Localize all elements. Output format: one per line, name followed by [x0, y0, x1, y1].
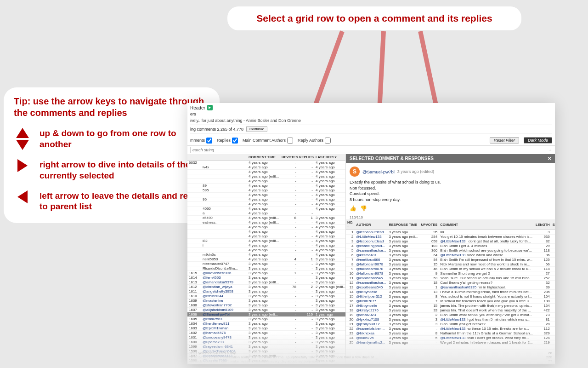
search-row: → [187, 146, 555, 154]
app-header: Reader ers ively...for just about anythi… [187, 103, 555, 135]
table-row[interactable]: 20@lyxxinz71083 years ago3@LittleMew133 … [346, 317, 555, 322]
table-row[interactable]: 4 years ago--4 years ago [187, 193, 345, 197]
table-row[interactable]: 19@what20233 years ago2Blah Smith what s… [346, 313, 555, 317]
search-go-icon[interactable]: → [548, 148, 552, 152]
table-row[interactable]: 13@coolbeans5453 years ago1@samanthashor… [346, 285, 555, 290]
table-row[interactable]: 1614@fern45503 years ago--3 years ago [187, 276, 345, 280]
table-row[interactable]: 8@falloncarr98783 years ago15Nick Marten… [346, 262, 555, 267]
resp-col-comment[interactable]: Comment [439, 219, 534, 230]
table-row[interactable]: i824 years ago (edit...--4 years ago [187, 239, 345, 243]
table-row[interactable]: a4 years ago-- [187, 211, 345, 216]
tip-right: right arrow to dive into details of the … [40, 159, 209, 181]
filter-reply-authors[interactable]: Reply Authors [298, 138, 331, 144]
table-row[interactable]: 4@chancingprod...3 years ago103Blah Smit… [346, 244, 555, 248]
table-row[interactable]: 22@camelofsiberi...3 years ago-@LittleMe… [346, 327, 555, 331]
table-row[interactable]: 1608@steventran77023 years ago--3 years … [187, 303, 345, 308]
table-row[interactable]: 1606@Samuel-pw7bl3 years ago (edi...-110… [187, 312, 345, 317]
table-row[interactable]: 21@jennybul1123 years ago3Blah Smith y'a… [346, 322, 555, 327]
table-row[interactable]: m9dn5c4 years ago--4 years ago [187, 253, 345, 257]
table-row[interactable]: 6@kitsme4013 years ago64@LittleMew133 si… [346, 253, 555, 258]
dark-mode-button[interactable]: Dark Mode [524, 137, 552, 144]
detail-heading-text: SELECTED COMMENT & RESPONSES [350, 156, 434, 161]
table-row[interactable]: nent58504 years ago413 years ago [187, 257, 345, 262]
table-row[interactable]: c54904 years ago (edit...613 years ago [187, 216, 345, 220]
play-icon[interactable] [207, 105, 213, 110]
table-row[interactable]: eatness...4 years ago (edit...--4 years … [187, 220, 345, 225]
resp-col-sgn[interactable]: Sgn [551, 219, 555, 230]
table-row[interactable]: 18@kirstyc21763 years ago33james bin. Th… [346, 308, 555, 313]
table-row[interactable]: i4 years ago--4 years ago [187, 243, 345, 248]
table-row[interactable]: nteemaster07473 years ago--3 years ago [187, 262, 345, 266]
col-replies[interactable]: Replies [298, 154, 314, 161]
arrow-right-icon [14, 159, 31, 172]
table-row[interactable]: 1607@alijafarkhan81093 years ago--3 year… [187, 308, 345, 312]
resp-col-upvotes[interactable]: Upvotes [419, 219, 439, 230]
table-row[interactable]: 4 years ago--4 years ago [187, 230, 345, 234]
table-row[interactable]: 15@littleripper3123 years ago8Yea, schoo… [346, 294, 555, 299]
col-comment-time[interactable]: Comment Time [247, 154, 280, 161]
avatar: S [350, 167, 360, 177]
resp-col-no[interactable]: No. ↑ [346, 219, 355, 230]
filter-bar: mments Replies Main Comment Authors Repl… [187, 135, 555, 146]
table-row[interactable]: 5@samanthashor...3 years ago360Blah Smit… [346, 248, 555, 253]
resp-col-length[interactable]: Length [534, 219, 551, 230]
table-row[interactable]: 11@coolbeans5453 years ago53Yeah, sure. … [346, 276, 555, 281]
table-row[interactable]: 2@LittleMew1333 years ago (edi...284You … [346, 235, 555, 239]
table-row[interactable]: 1611@angelshetty39583 years ago--3 years… [187, 289, 345, 294]
close-icon[interactable]: ✕ [548, 156, 551, 161]
table-row[interactable]: 4 years ago--4 years ago [187, 234, 345, 239]
table-row[interactable]: 1604@herdienew9113 years ago--3 years ag… [187, 322, 345, 326]
table-row[interactable]: 4 years ago--4 years ago [187, 248, 345, 253]
table-row[interactable]: 1610@rithihi93443 years ago--3 years ago [187, 294, 345, 299]
table-row[interactable]: 1615@lillieviewer23363 years ago1-3 year… [187, 271, 345, 276]
detail-header: SELECTED COMMENT & RESPONSES ✕ [346, 154, 555, 163]
table-row[interactable]: 16@benb70773 years ago7In school the tea… [346, 299, 555, 304]
table-row[interactable]: 964 years ago--4 years ago [187, 197, 345, 202]
table-row[interactable]: 17@libbynoelle3 years ago15james bin. Th… [346, 304, 555, 308]
table-row[interactable]: 60324 years ago--4 years ago [187, 161, 345, 165]
continue-button[interactable]: Continue [246, 126, 267, 132]
reset-filter-button[interactable]: Reset Filter [490, 137, 519, 144]
tip-title: Tip: use the arrow keys to navigate thro… [14, 96, 209, 119]
thumbs-down-icon[interactable]: 👎 [360, 205, 367, 212]
table-row[interactable]: 40604 years ago--4 years ago [187, 207, 345, 211]
tip-left: left arrow to leave the details and retu… [40, 190, 209, 213]
video-title: ively...for just about anything - Annie … [190, 118, 552, 123]
table-row[interactable]: 5954 years ago--4 years ago [187, 188, 345, 193]
table-row[interactable]: 10@falloncarr98783 years ago9Samantha Sh… [346, 271, 555, 276]
filter-replies[interactable]: Replies [217, 138, 238, 144]
table-row[interactable]: 1612@christian_wijaya3 years ago7822 yea… [187, 285, 345, 289]
fade-overlay [187, 332, 555, 364]
col-upvotes[interactable]: Upvotes [280, 154, 298, 161]
table-row[interactable]: 1@lecoconutdead3 years ago95Ikr3 [346, 230, 555, 235]
table-row[interactable]: 4 years ago--4 years ago [187, 225, 345, 230]
table-row[interactable]: 1613@amandalisa53793 years ago (edit...-… [187, 280, 345, 285]
filter-comments[interactable]: mments [190, 138, 212, 144]
filter-main-authors[interactable]: Main Comment Authors [243, 138, 293, 144]
table-row[interactable]: iv4x4 years ago--4 years ago [187, 165, 345, 170]
table-row[interactable]: 12@samanthashor...3 years ago18Cool Bean… [346, 281, 555, 285]
table-row[interactable]: RicardoDizonLeftha...3 years ago--3 year… [187, 266, 345, 271]
table-row[interactable]: 4 years ago--4 years ago [187, 202, 345, 207]
search-input[interactable] [190, 147, 546, 153]
table-row[interactable]: 4 years ago--4 years ago [187, 170, 345, 174]
thumbs-up-icon[interactable]: 👍 [350, 205, 356, 212]
resp-col-time[interactable]: Response Time [387, 219, 419, 230]
table-row[interactable]: 3@lecoconutdead3 years ago658@LittleMew1… [346, 239, 555, 244]
detail-comment-text: Exactly the opposite of what school is d… [350, 179, 551, 202]
table-row[interactable]: 894 years ago--4 years ago [187, 184, 345, 188]
loading-counter: ing comments 2,265 of 4,778 [190, 127, 243, 132]
table-row[interactable]: 14@libbynoelle3 years ago13I have a 10 m… [346, 290, 555, 294]
table-row[interactable]: 7@eertikrux6663 years ago84Blah Smith I'… [346, 258, 555, 262]
table-row[interactable]: 4 years ago (edit...--4 years ago [187, 174, 345, 179]
table-row[interactable]: 9@falloncarr88783 years ago46Blah Smith … [346, 267, 555, 271]
table-row[interactable]: 1603@EpicM1lkman3 years ago--3 years ago [187, 326, 345, 331]
table-row[interactable]: 4 years ago--4 years ago [187, 179, 345, 184]
table-row[interactable]: 1609@masterline3 years ago--3 years ago [187, 299, 345, 303]
resp-col-author[interactable]: Author [355, 219, 387, 230]
arrow-left-icon [14, 190, 31, 203]
app-title: Reader [190, 105, 205, 110]
table-row[interactable]: 1605@ritika25633 years ago--3 years ago [187, 317, 345, 322]
col-last-reply[interactable]: Last Reply [314, 154, 345, 161]
detail-author[interactable]: @Samuel-pw7bl [362, 169, 395, 174]
